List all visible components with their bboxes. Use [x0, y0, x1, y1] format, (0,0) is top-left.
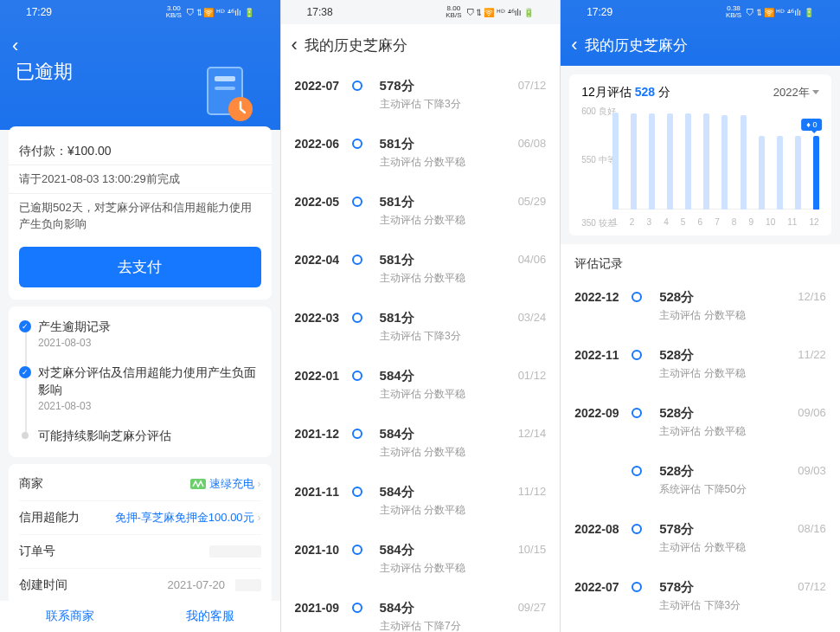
chart-bar[interactable] — [741, 115, 747, 210]
history-score: 584分 — [380, 426, 518, 442]
timeline-dot-icon — [632, 524, 642, 534]
history-desc: 主动评估 分数平稳 — [380, 155, 518, 170]
history-month: 2022-08 — [574, 521, 632, 536]
history-date: 05/29 — [518, 194, 547, 208]
chart-bar[interactable] — [612, 113, 619, 210]
chart-bar[interactable] — [703, 113, 709, 210]
history-score: 578分 — [659, 579, 798, 596]
chart-x-label: 9 — [748, 217, 753, 227]
history-desc: 主动评估 分数平稳 — [380, 271, 518, 286]
chart-bar[interactable] — [795, 136, 801, 210]
check-icon: ✓ — [19, 366, 31, 378]
timeline-dot-icon — [352, 255, 362, 265]
history-date: 09/27 — [518, 600, 547, 614]
timeline-item: ✓ 产生逾期记录2021-08-03 — [38, 319, 261, 350]
contact-merchant-link[interactable]: 联系商家 — [46, 609, 94, 624]
history-desc: 主动评估 下降7分 — [380, 619, 518, 632]
history-desc: 主动评估 下降3分 — [380, 329, 518, 344]
chart-x-label: 7 — [715, 217, 720, 227]
timeline-dot-icon — [352, 487, 362, 497]
timeline-dot-icon — [632, 350, 642, 360]
history-item[interactable]: 2022-12 528分 主动评估 分数平稳 12/16 — [561, 277, 840, 335]
history-desc: 主动评估 下降3分 — [659, 598, 798, 613]
history-date: 08/16 — [798, 521, 826, 535]
merchant-row[interactable]: 商家 速绿充电› — [19, 468, 261, 501]
chart-bar[interactable]: ♦ 0 — [813, 136, 819, 210]
history-date: 04/06 — [518, 252, 547, 266]
year-selector[interactable]: 2022年 — [773, 85, 819, 100]
back-icon[interactable]: ‹ — [12, 35, 18, 57]
chart-x-label: 3 — [647, 217, 652, 227]
history-desc: 主动评估 分数平稳 — [380, 503, 518, 518]
history-desc: 主动评估 分数平稳 — [380, 213, 518, 228]
ability-row[interactable]: 信用超能力 免押-享芝麻免押金100.00元› — [19, 501, 261, 535]
history-score: 581分 — [380, 252, 518, 268]
chart-x-label: 11 — [787, 217, 797, 227]
history-score: 584分 — [380, 368, 518, 384]
history-item[interactable]: 2021-12 584分 主动评估 分数平稳 12/14 — [281, 414, 561, 472]
chart-bar[interactable] — [631, 113, 637, 210]
deadline-text: 请于2021-08-03 13:00:29前完成 — [19, 165, 261, 193]
history-desc: 主动评估 分数平稳 — [380, 445, 518, 460]
timeline-dot-icon — [352, 313, 362, 323]
history-item[interactable]: 2021-09 584分 主动评估 下降7分 09/27 — [281, 588, 561, 632]
history-desc: 主动评估 分数平稳 — [659, 424, 798, 439]
history-desc: 主动评估 分数平稳 — [659, 540, 798, 555]
history-item[interactable]: 2022-07 578分 主动评估 下降3分 07/12 — [561, 567, 840, 625]
dot-icon — [22, 432, 29, 439]
history-score: 584分 — [380, 542, 518, 558]
history-month: 2022-09 — [574, 405, 632, 420]
history-item[interactable]: 2021-11 584分 主动评估 分数平稳 11/12 — [281, 472, 561, 530]
history-item[interactable]: 2022-04 581分 主动评估 分数平稳 04/06 — [281, 240, 561, 298]
history-item[interactable]: 528分 系统评估 下降50分 09/03 — [561, 451, 840, 509]
history-item[interactable]: 2022-09 528分 主动评估 分数平稳 09/06 — [561, 393, 840, 451]
chart-x-label: 1 — [612, 217, 618, 227]
chevron-right-icon: › — [258, 478, 261, 490]
history-date: 07/12 — [518, 78, 547, 92]
history-item[interactable]: 2021-10 584分 主动评估 分数平稳 10/15 — [281, 530, 561, 588]
history-item[interactable]: 2022-06 581分 主动评估 分数平稳 06/08 — [561, 625, 840, 632]
history-date: 10/15 — [518, 542, 547, 556]
status-time: 17:38 — [307, 6, 333, 18]
svg-rect-1 — [215, 76, 235, 81]
chart-x-label: 4 — [664, 217, 669, 227]
chart-x-label: 2 — [630, 217, 635, 227]
history-date: 01/12 — [518, 368, 547, 382]
status-time: 17:29 — [587, 6, 612, 18]
merchant-logo-icon — [190, 479, 206, 489]
chart-bar[interactable] — [667, 113, 673, 210]
chart-bar[interactable] — [721, 115, 728, 210]
chart-y-label: 350 较差 — [581, 217, 615, 229]
history-item[interactable]: 2022-01 584分 主动评估 分数平稳 01/12 — [281, 356, 561, 414]
chart-bar[interactable] — [649, 113, 655, 210]
back-icon[interactable]: ‹ — [292, 34, 298, 56]
history-month — [574, 463, 632, 464]
history-date: 11/22 — [798, 347, 826, 361]
history-desc: 主动评估 分数平稳 — [659, 308, 798, 323]
history-item[interactable]: 2022-08 578分 主动评估 分数平稳 08/16 — [561, 509, 840, 567]
my-service-link[interactable]: 我的客服 — [186, 609, 234, 624]
history-date: 03/24 — [518, 310, 547, 324]
history-desc: 主动评估 下降3分 — [380, 97, 518, 112]
chart-y-label: 550 中等 — [581, 154, 615, 166]
status-icons: 8.00KB/S ⛉ ⇅ 🛜 ᴴᴰ ⁴⁶ılı 🔋 — [446, 5, 534, 19]
history-item[interactable]: 2022-06 581分 主动评估 分数平稳 06/08 — [281, 124, 561, 182]
history-month: 2022-04 — [295, 252, 352, 267]
history-date: 09/03 — [798, 463, 826, 477]
chart-bar[interactable] — [685, 113, 691, 210]
history-item[interactable]: 2022-11 528分 主动评估 分数平稳 11/22 — [561, 335, 840, 393]
status-icons: 3.00KB/S ⛉ ⇅ 🛜 ᴴᴰ ⁴⁶ılı 🔋 — [166, 5, 254, 19]
history-score: 528分 — [659, 463, 798, 480]
chart-x-label: 10 — [766, 217, 775, 227]
pay-button[interactable]: 去支付 — [19, 247, 261, 287]
history-month: 2021-09 — [295, 600, 352, 615]
chart-bar[interactable] — [777, 136, 783, 210]
history-item[interactable]: 2022-03 581分 主动评估 下降3分 03/24 — [281, 298, 561, 356]
history-item[interactable]: 2022-05 581分 主动评估 分数平稳 05/29 — [281, 182, 561, 240]
back-icon[interactable]: ‹ — [571, 34, 577, 56]
history-item[interactable]: 2022-07 578分 主动评估 下降3分 07/12 — [281, 66, 561, 124]
history-month: 2022-05 — [295, 194, 352, 209]
chart-x-label: 8 — [732, 217, 737, 227]
history-score: 578分 — [659, 521, 798, 538]
chart-bar[interactable] — [759, 136, 765, 210]
